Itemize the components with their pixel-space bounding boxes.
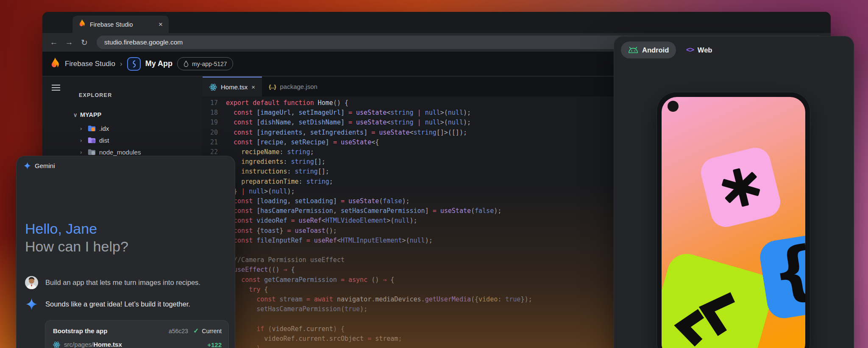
back-icon[interactable]: ←	[48, 38, 59, 47]
browser-tab-strip: Firebase Studio ×	[42, 12, 831, 33]
code-text: //Camera Permission useEffect	[218, 255, 345, 265]
tree-item-label: dist	[99, 137, 109, 144]
workspace-pill[interactable]: my-app-5127	[177, 57, 233, 70]
editor-tab-package-json[interactable]: {..} package.json	[262, 77, 324, 97]
browser-tab-title: Firebase Studio	[90, 21, 154, 28]
gemini-header: Gemini	[24, 162, 55, 169]
browser-tab[interactable]: Firebase Studio ×	[72, 16, 169, 33]
react-icon	[209, 83, 217, 91]
greeting-line-1: Hello, Jane	[25, 221, 97, 237]
code-text: setHasCameraPermission(true);	[218, 304, 367, 314]
android-label: Android	[642, 46, 669, 54]
status-badge: Current	[202, 328, 222, 334]
code-text: const videoRef = useRef<HTMLVideoElement…	[218, 216, 417, 226]
phone-screen: {	[662, 97, 805, 348]
camera-punch-hole	[668, 101, 679, 112]
tree-root-label: MYAPP	[80, 111, 101, 118]
assistant-message-row: Sounds like a great idea! Let’s build it…	[25, 298, 228, 310]
url-text: studio.firebase.google.com	[104, 39, 183, 46]
react-icon	[53, 341, 60, 348]
gemini-panel: Gemini Hello, Jane How can I help? Build…	[16, 156, 235, 348]
device-preview-panel: Android <> Web	[614, 36, 854, 348]
code-text: const stream = await navigator.mediaDevi…	[218, 295, 532, 304]
pink-asterisk-tile	[698, 144, 783, 230]
card-header-row: Bootstrap the app a56c23 ✓ Current	[53, 327, 222, 335]
line-number: 17	[203, 98, 218, 108]
code-text: const {toast} = useToast();	[218, 226, 337, 236]
code-text: recipeName: string;	[218, 147, 314, 157]
user-message: Build an app that lets me turn images in…	[45, 279, 200, 287]
card-title: Bootstrap the app	[53, 327, 169, 334]
chevron-right-icon: ›	[80, 149, 84, 155]
brand-title[interactable]: Firebase Studio	[65, 60, 115, 68]
firebase-flame-icon	[50, 57, 60, 70]
app-logo-icon	[127, 57, 141, 71]
card-file-row[interactable]: src/pages/Home.tsx +122	[53, 341, 222, 348]
code-text: const [imageUrl, setImageUrl] = useState…	[218, 108, 471, 118]
editor-tab-label: package.json	[280, 83, 317, 90]
gemini-star-icon	[25, 298, 38, 310]
code-text: const [loading, setLoading] = useState(f…	[218, 196, 410, 206]
code-text: const getCameraPermission = async () ⇒ {	[218, 275, 394, 285]
editor-tab-home[interactable]: Home.tsx ×	[203, 77, 262, 97]
explorer-title: EXPLORER	[79, 92, 112, 98]
code-text: const [ingredients, setIngredients] = us…	[218, 128, 467, 138]
tree-item[interactable]: ›dist	[80, 134, 203, 146]
editor-tab-label: Home.tsx	[221, 83, 248, 91]
code-text: const fileInputRef = useRef<HTMLInputEle…	[218, 236, 433, 246]
code-text: export default function Home() {	[218, 98, 348, 108]
tree-item[interactable]: ›.idx	[80, 122, 203, 134]
web-label: Web	[698, 46, 712, 54]
commit-hash: a56c23	[169, 328, 188, 334]
line-number: 20	[203, 128, 218, 138]
gemini-title: Gemini	[35, 162, 55, 169]
chevron-brackets-icon	[666, 271, 755, 348]
reload-icon[interactable]: ↻	[79, 38, 90, 47]
assistant-message: Sounds like a great idea! Let’s build it…	[45, 300, 190, 308]
tree-root-myapp[interactable]: ∨ MYAPP	[73, 111, 101, 118]
greeting-line-2: How can I help?	[25, 238, 128, 255]
chevron-down-icon: ∨	[73, 112, 78, 118]
check-icon: ✓	[193, 327, 199, 335]
code-text: if (videoRef.current) {	[218, 324, 345, 334]
breadcrumb-separator: ›	[120, 60, 122, 68]
curly-brace-icon: {	[766, 232, 805, 312]
folder-icon	[88, 125, 96, 132]
toggle-web[interactable]: <> Web	[681, 41, 717, 58]
bootstrap-card[interactable]: Bootstrap the app a56c23 ✓ Current src/p…	[45, 320, 229, 348]
android-icon	[628, 47, 638, 53]
user-message-row: Build an app that lets me turn images in…	[25, 276, 228, 289]
firebase-favicon-icon	[78, 19, 86, 30]
asterisk-icon	[716, 163, 765, 212]
diff-added-count: +122	[207, 341, 222, 348]
folder-icon	[88, 137, 96, 144]
chevron-right-icon: ›	[80, 137, 84, 144]
folder-icon	[88, 149, 96, 155]
code-text: videoRef.current.srcObject = stream;	[218, 334, 402, 344]
tree-item-label: node_modules	[99, 149, 141, 156]
tab-close-icon[interactable]: ×	[159, 20, 163, 29]
user-avatar	[25, 276, 38, 289]
tab-close-icon[interactable]: ×	[251, 83, 255, 91]
chevron-right-icon: ›	[80, 125, 84, 132]
gemini-star-icon	[24, 162, 31, 169]
workspace-id: my-app-5127	[192, 61, 227, 67]
line-number: 18	[203, 108, 218, 118]
droplet-icon	[183, 61, 189, 67]
code-brackets-icon: <>	[686, 46, 694, 54]
phone-frame: {	[657, 92, 810, 348]
file-path: src/pages/Home.tsx	[64, 341, 122, 348]
toggle-android[interactable]: Android	[621, 41, 676, 58]
code-text: const [hasCameraPermission, setHasCamera…	[218, 206, 501, 216]
menu-button[interactable]	[48, 80, 64, 95]
json-braces-icon: {..}	[269, 83, 276, 90]
line-number: 19	[203, 118, 218, 127]
green-brackets-tile	[662, 249, 777, 348]
code-text: const [recipe, setRecipe] = useState<{	[218, 138, 379, 147]
code-text: const [dishName, setDishName] = useState…	[218, 118, 471, 127]
forward-icon[interactable]: →	[64, 38, 75, 47]
line-number: 21	[203, 138, 218, 147]
tree-item-label: .idx	[99, 125, 109, 132]
app-name[interactable]: My App	[145, 59, 172, 68]
